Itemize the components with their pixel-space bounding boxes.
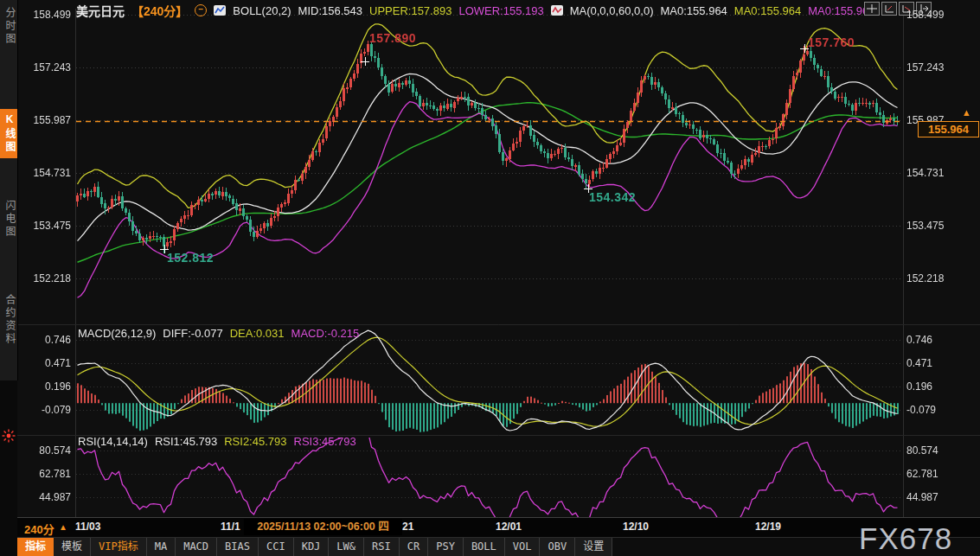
fx678-watermark: FX678 (859, 521, 952, 556)
period-label[interactable]: 240分 (24, 521, 54, 537)
zoom-axis-left-icon[interactable] (881, 2, 897, 16)
toolbar-item-BIAS[interactable]: BIAS (217, 538, 259, 556)
macd-value: MACD:-0.215 (291, 327, 360, 340)
toolbar-item-LW&[interactable]: LW& (329, 538, 364, 556)
main-axis-left-label-2: 155.987 (22, 113, 71, 127)
macd-axis-left-label-1: 0.471 (22, 356, 71, 370)
sidebar-tab-1[interactable]: 分时图 (0, 7, 17, 46)
rsi-axis-right-label-0: 80.574 (906, 444, 958, 457)
candlestick-chart[interactable] (0, 0, 980, 556)
period-up-arrow-icon[interactable]: ▲ (59, 522, 67, 532)
toolbar-item-MA[interactable]: MA (147, 538, 176, 556)
macd-axis-right-label-1: 0.471 (906, 356, 958, 370)
rsi1-value: RSI1:45.793 (155, 435, 217, 448)
boll-lower-value: LOWER:155.193 (458, 4, 543, 17)
main-axis-right-label-1: 157.243 (906, 61, 958, 74)
toolbar-item-MACD[interactable]: MACD (176, 538, 217, 556)
annotation-low-2: 154.342 (589, 190, 636, 204)
price-up-arrow-icon[interactable]: ▲ (962, 107, 971, 118)
main-legend: 美元日元 【240分】 − BOLL(20,2) MID:156.543 UPP… (76, 2, 875, 19)
xaxis-label-3: 12/01 (496, 521, 522, 533)
sidebar-tab-2[interactable]: K线图 (0, 109, 17, 158)
annotation-high-1: 157.890 (369, 31, 416, 45)
ma-label: MA(0,0,0,60,0,0) (570, 4, 654, 17)
toolbar-item-OBV[interactable]: OBV (540, 538, 575, 556)
macd-axis-left-label-3: -0.079 (22, 403, 71, 417)
main-axis-left-label-0: 158.499 (22, 8, 71, 22)
main-axis-right-label-0: 158.499 (906, 8, 958, 22)
rsi-axis-left-label-1: 62.781 (22, 467, 71, 481)
macd-axis-right-label-0: 0.746 (906, 333, 958, 347)
macd-axis-right-label-3: -0.079 (906, 403, 958, 417)
main-axis-left-label-4: 153.475 (22, 219, 71, 233)
rsi-axis-left-label-0: 80.574 (22, 444, 71, 457)
annotation-high-2: 157.760 (808, 35, 855, 49)
toolbar-item-VIP指标[interactable]: VIP指标 (91, 538, 147, 556)
xaxis-label-2: 21 (402, 521, 413, 533)
main-axis-right-label-3: 154.731 (906, 166, 958, 180)
rsi-legend: RSI(14,14,14) RSI1:45.793 RSI2:45.793 RS… (78, 435, 356, 448)
macd-diff-value: DIFF:-0.077 (163, 327, 222, 340)
current-price-box: 155.964 (918, 121, 979, 137)
main-axis-right-label-5: 152.218 (906, 272, 958, 285)
alert-flash-icon[interactable] (2, 429, 16, 443)
rsi-title: RSI(14,14,14) (78, 435, 148, 448)
toolbar-item-CCI[interactable]: CCI (259, 538, 294, 556)
rsi3-value: RSI3:45.793 (294, 435, 356, 448)
annotation-low-1: 152.812 (167, 251, 214, 265)
xaxis-label-5: 12/19 (755, 521, 781, 533)
candle-time-tooltip: 2025/11/13 02:00~06:00 四 (244, 519, 402, 535)
ma-chart-icon[interactable] (551, 5, 563, 16)
boll-label: BOLL(20,2) (233, 4, 291, 17)
toolbar-item-指标[interactable]: 指标 (17, 538, 54, 556)
macd-title: MACD(26,12,9) (78, 327, 156, 340)
toolbar-item-设置[interactable]: 设置 (575, 538, 612, 556)
xaxis-label-4: 12/10 (623, 521, 649, 533)
boll-mid-value: MID:156.543 (298, 4, 362, 17)
toolbar-item-模板[interactable]: 模板 (54, 538, 91, 556)
rsi-axis-right-label-2: 44.987 (906, 490, 958, 504)
main-axis-left-label-1: 157.243 (22, 61, 71, 74)
collapse-icon[interactable]: − (195, 4, 207, 16)
rsi2-value: RSI2:45.793 (224, 435, 286, 448)
macd-axis-right-label-2: 0.196 (906, 380, 958, 393)
left-sidebar: 分时图K线图闪电图合约资料 (0, 0, 17, 556)
toolbar-item-VOL[interactable]: VOL (505, 538, 541, 556)
ma0-value-2: MA0:155.964 (734, 4, 801, 17)
main-axis-left-label-5: 152.218 (22, 272, 71, 285)
ma0-value-1: MA0:155.964 (661, 4, 727, 17)
macd-axis-left-label-2: 0.196 (22, 380, 71, 393)
main-axis-right-label-4: 153.475 (906, 219, 958, 233)
toolbar-item-CR[interactable]: CR (400, 538, 428, 556)
sidebar-tab-4[interactable]: 合约资料 (0, 294, 17, 346)
rsi-axis-right-label-1: 62.781 (906, 467, 958, 481)
boll-upper-value: UPPER:157.893 (369, 4, 452, 17)
indicator-toolbar: 指标模板VIP指标MAMACDBIASCCIKDJLW&RSICRPSYBOLL… (17, 537, 980, 556)
symbol-name: 美元日元 (76, 2, 125, 19)
indicator-toolbar-items: 指标模板VIP指标MAMACDBIASCCIKDJLW&RSICRPSYBOLL… (17, 538, 612, 556)
xaxis-label-1: 11/1 (221, 521, 240, 533)
macd-legend: MACD(26,12,9) DIFF:-0.077 DEA:0.031 MACD… (78, 327, 359, 340)
timeframe-label[interactable]: 【240分】 (131, 2, 188, 19)
sidebar-tab-3[interactable]: 闪电图 (0, 200, 17, 239)
toolbar-item-BOLL[interactable]: BOLL (464, 538, 505, 556)
toolbar-item-PSY[interactable]: PSY (428, 538, 464, 556)
macd-axis-left-label-0: 0.746 (22, 333, 71, 347)
xaxis-label-0: 11/03 (75, 521, 100, 533)
trading-app-window: 分时图K线图闪电图合约资料 美元日元 【240分】 − BOLL(20,2) M… (0, 0, 980, 556)
toolbar-item-RSI[interactable]: RSI (364, 538, 400, 556)
boll-chart-icon[interactable] (214, 5, 226, 16)
rsi-axis-left-label-2: 44.987 (22, 490, 71, 504)
main-axis-left-label-3: 154.731 (22, 166, 71, 180)
crosshair-move-icon[interactable] (864, 2, 880, 16)
macd-dea-value: DEA:0.031 (230, 327, 285, 340)
toolbar-item-KDJ[interactable]: KDJ (294, 538, 330, 556)
